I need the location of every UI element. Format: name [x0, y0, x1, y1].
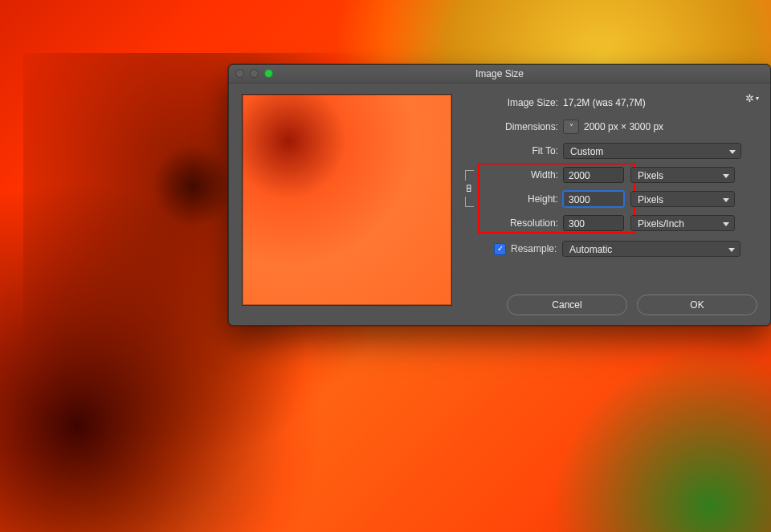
dimensions-label: Dimensions:	[462, 121, 563, 132]
fit-to-value: Custom	[570, 146, 603, 157]
width-label: Width:	[462, 169, 563, 181]
width-unit-value: Pixels	[638, 170, 663, 181]
width-input[interactable]: 2000	[563, 167, 624, 183]
resample-checkbox[interactable]	[494, 243, 506, 255]
image-size-label: Image Size:	[462, 97, 563, 108]
settings-menu-button[interactable]: ✲▾	[745, 92, 759, 104]
resample-select[interactable]: Automatic	[562, 241, 740, 257]
close-icon[interactable]	[235, 69, 244, 78]
resample-label: Resample:	[511, 243, 562, 254]
chevron-down-icon: ▾	[756, 95, 759, 102]
fit-to-select[interactable]: Custom	[563, 143, 741, 159]
bracket-icon	[465, 170, 474, 181]
height-label: Height:	[462, 193, 563, 205]
resolution-unit-value: Pixels/Inch	[638, 218, 684, 229]
ok-label: OK	[690, 299, 704, 311]
preview-pane	[229, 83, 454, 325]
gear-icon: ✲	[745, 92, 754, 104]
cancel-label: Cancel	[552, 299, 581, 311]
resample-value: Automatic	[569, 244, 612, 255]
dialog-title: Image Size	[475, 68, 524, 79]
resolution-label: Resolution:	[462, 217, 563, 229]
minimize-icon[interactable]	[250, 69, 259, 78]
cancel-button[interactable]: Cancel	[507, 294, 627, 315]
zoom-icon[interactable]	[264, 69, 273, 78]
dimensions-unit-toggle[interactable]: ˅	[563, 120, 579, 134]
window-controls	[235, 69, 273, 78]
width-value: 2000	[569, 170, 590, 181]
height-unit-select[interactable]: Pixels	[630, 191, 735, 207]
resolution-input[interactable]: 300	[563, 215, 624, 231]
ok-button[interactable]: OK	[637, 294, 757, 315]
controls-pane: ✲▾ Image Size: 17,2M (was 47,7M) Dimensi…	[454, 83, 770, 325]
bracket-icon	[465, 197, 474, 207]
chevron-down-icon: ˅	[569, 123, 573, 132]
height-unit-value: Pixels	[638, 194, 663, 205]
constrain-proportions-toggle[interactable]: 𐌇	[462, 168, 476, 209]
link-icon: 𐌇	[463, 181, 475, 197]
resolution-value: 300	[569, 218, 585, 229]
image-size-value: 17,2M (was 47,7M)	[563, 97, 646, 108]
resolution-unit-select[interactable]: Pixels/Inch	[630, 215, 735, 231]
width-unit-select[interactable]: Pixels	[630, 167, 735, 183]
fit-to-label: Fit To:	[462, 145, 563, 156]
height-input[interactable]: 3000	[563, 191, 624, 207]
dialog-titlebar[interactable]: Image Size	[229, 65, 770, 83]
preview-image[interactable]	[242, 94, 452, 306]
image-size-dialog: Image Size ✲▾ Image Size: 17,2M (was 47,…	[228, 64, 771, 326]
dimensions-value: 2000 px × 3000 px	[584, 121, 663, 132]
height-value: 3000	[569, 194, 590, 205]
